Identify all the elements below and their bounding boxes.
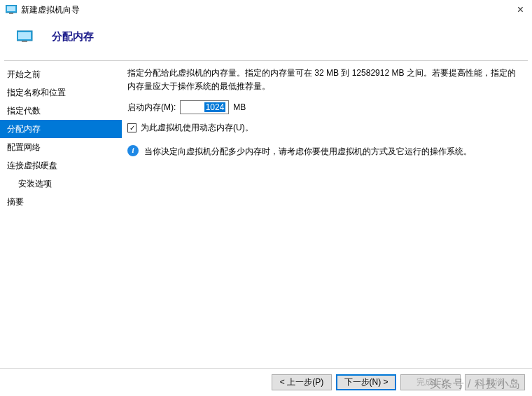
svg-rect-2 (9, 13, 13, 14)
startup-memory-label: 启动内存(M): (127, 101, 176, 114)
wizard-icon (17, 29, 34, 43)
info-text: 当你决定向虚拟机分配多少内存时，请考虑你要使用虚拟机的方式及它运行的操作系统。 (144, 145, 472, 158)
dynamic-memory-checkbox[interactable]: ✓ (127, 123, 136, 132)
sidebar-item-generation[interactable]: 指定代数 (0, 102, 122, 120)
sidebar-item-connect-vhd[interactable]: 连接虚拟硬盘 (0, 156, 122, 175)
wizard-footer: < 上一步(P) 下一步(N) > 完成(F) 取消 (0, 368, 532, 396)
finish-button[interactable]: 完成(F) (400, 374, 461, 390)
cancel-button[interactable]: 取消 (465, 374, 525, 390)
app-icon (6, 4, 17, 15)
main-panel: 指定分配给此虚拟机的内存量。指定的内存量可在 32 MB 到 12582912 … (122, 61, 532, 353)
info-icon: i (127, 145, 139, 156)
wizard-steps-sidebar: 开始之前 指定名称和位置 指定代数 分配内存 配置网络 连接虚拟硬盘 安装选项 … (0, 61, 122, 353)
wizard-header: 分配内存 (0, 20, 532, 60)
sidebar-item-before-begin[interactable]: 开始之前 (0, 65, 122, 83)
sidebar-item-name-location[interactable]: 指定名称和位置 (0, 83, 122, 102)
next-button[interactable]: 下一步(N) > (336, 374, 396, 390)
sidebar-item-configure-network[interactable]: 配置网络 (0, 138, 122, 156)
titlebar: 新建虚拟机向导 × (0, 0, 532, 20)
startup-memory-row: 启动内存(M): 1024 MB (127, 100, 524, 114)
memory-description: 指定分配给此虚拟机的内存量。指定的内存量可在 32 MB 到 12582912 … (127, 67, 524, 93)
sidebar-item-assign-memory[interactable]: 分配内存 (0, 120, 122, 138)
close-icon[interactable]: × (514, 4, 526, 16)
sidebar-item-summary[interactable]: 摘要 (0, 193, 122, 211)
content-area: 开始之前 指定名称和位置 指定代数 分配内存 配置网络 连接虚拟硬盘 安装选项 … (0, 61, 532, 353)
previous-button[interactable]: < 上一步(P) (272, 374, 332, 390)
sidebar-item-install-options[interactable]: 安装选项 (0, 175, 122, 193)
memory-unit: MB (233, 101, 246, 114)
dynamic-memory-row: ✓ 为此虚拟机使用动态内存(U)。 (127, 121, 524, 135)
page-title: 分配内存 (52, 30, 94, 43)
dynamic-memory-label: 为此虚拟机使用动态内存(U)。 (141, 121, 253, 135)
svg-rect-5 (22, 41, 27, 42)
svg-rect-4 (18, 32, 31, 39)
startup-memory-input[interactable]: 1024 (180, 100, 229, 114)
svg-rect-1 (7, 6, 15, 11)
info-row: i 当你决定向虚拟机分配多少内存时，请考虑你要使用虚拟机的方式及它运行的操作系统… (127, 145, 524, 158)
window-title: 新建虚拟机向导 (21, 4, 80, 16)
